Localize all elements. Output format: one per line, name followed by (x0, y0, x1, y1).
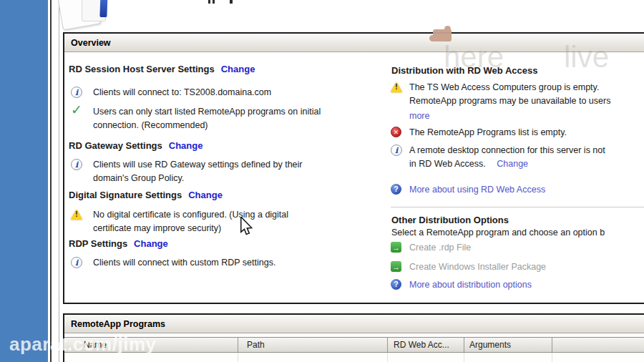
info-icon: i (71, 159, 82, 170)
list-error-text: The RemoteApp Programs list is empty. (409, 126, 567, 140)
rdc-info-line2: in RD Web Access. (409, 159, 486, 169)
help-link-row-distribution: ? More about distribution options (391, 278, 532, 292)
other-options-subtitle-row: Select a RemoteApp program and choose an… (391, 228, 605, 238)
section-heading-rdp: RDP SettingsChange (69, 238, 168, 249)
window-border-line (50, 0, 52, 362)
programs-table-body[interactable] (64, 353, 644, 362)
ts-warning-line1: The TS Web Access Computers group is emp… (409, 81, 610, 94)
other-options-subtitle: Select a RemoteApp program and choose an… (391, 228, 605, 238)
rdp-title: RDP Settings (69, 238, 127, 249)
option-row-create-rdp[interactable]: → Create .rdp File (391, 241, 471, 255)
certificate-warning-line2: certificate may improve security) (93, 222, 288, 235)
info-icon: i (71, 257, 82, 268)
status-row-rdc: i A remote desktop connection for this s… (391, 144, 605, 171)
overview-panel-header: Overview (64, 34, 644, 52)
other-options-title: Other Distribution Options (391, 215, 509, 225)
rdc-info-line1: A remote desktop connection for this ser… (409, 144, 605, 157)
section-heading-gateway: RD Gateway SettingsChange (69, 140, 203, 151)
status-row-certificate: ! No digital certificate is configured. … (71, 208, 288, 235)
column-header-filler (552, 338, 644, 352)
overview-panel-body: RD Session Host Server SettingsChange i … (64, 52, 644, 303)
programs-title: RemoteApp Programs (71, 319, 165, 329)
remoteapp-manager-icon (60, 0, 114, 27)
clipped-text-remnant (207, 0, 239, 4)
gateway-change-link[interactable]: Change (169, 140, 203, 151)
table-column-area (388, 353, 464, 362)
section-heading-distribution: Distribution with RD Web Access (391, 65, 537, 76)
gateway-info-line1: Clients will use RD Gateway settings def… (93, 158, 303, 172)
error-glyph: ✕ (394, 129, 399, 136)
table-column-area (552, 353, 644, 362)
session-host-change-link[interactable]: Change (221, 64, 255, 74)
green-arrow-icon: → (391, 261, 401, 272)
help-icon: ? (391, 184, 401, 195)
overview-panel: Overview RD Session Host Server Settings… (63, 32, 644, 304)
session-host-title: RD Session Host Server Settings (69, 64, 215, 74)
rdp-change-link[interactable]: Change (134, 238, 168, 249)
distribution-help-link[interactable]: More about distribution options (409, 280, 532, 290)
programs-table-header: Name Path RD Web Acc... Arguments (64, 337, 644, 353)
puzzle-nub (444, 26, 451, 32)
info-icon: i (391, 145, 402, 156)
status-row-rdp: i Clients will connect with custom RDP s… (71, 256, 275, 270)
remoteapp-manager-screen: { "colors": { "sidebar-blue": "#4a80bd",… (0, 0, 644, 362)
create-msi-option[interactable]: Create Windows Installer Package (409, 262, 546, 272)
error-icon: ✕ (391, 127, 401, 137)
table-column-area (238, 353, 388, 362)
create-rdp-option[interactable]: Create .rdp File (409, 243, 471, 253)
help-link-row-web-access: ? More about using RD Web Access (391, 183, 545, 197)
section-heading-other-options: Other Distribution Options (391, 215, 509, 225)
info-glyph: i (75, 88, 78, 97)
programs-panel-body: Name Path RD Web Acc... Arguments (64, 337, 644, 362)
rdp-info-text: Clients will connect with custom RDP set… (93, 256, 275, 270)
remoteapp-programs-panel: RemoteApp Programs Name Path RD Web Acc.… (63, 313, 644, 362)
arrow-glyph: → (392, 263, 400, 271)
status-row-gateway: i Clients will use RD Gateway settings d… (71, 158, 303, 185)
more-link[interactable]: more (409, 111, 429, 121)
section-heading-session-host: RD Session Host Server SettingsChange (69, 64, 255, 74)
green-arrow-icon: → (391, 242, 401, 253)
rdc-change-link[interactable]: Change (497, 159, 528, 169)
distribution-title: Distribution with RD Web Access (391, 65, 537, 76)
help-glyph: ? (394, 280, 398, 288)
column-header-path[interactable]: Path (238, 338, 388, 352)
section-divider (391, 207, 644, 207)
status-row-ts-web-access: ! The TS Web Access Computers group is e… (391, 81, 610, 123)
overview-title: Overview (71, 38, 111, 48)
help-glyph: ? (394, 185, 398, 193)
users-check-line1: Users can only start listed RemoteApp pr… (93, 105, 321, 119)
column-header-rdwebaccess[interactable]: RD Web Acc... (388, 338, 464, 352)
column-header-name[interactable]: Name (64, 338, 238, 352)
info-glyph: i (395, 146, 398, 155)
gateway-title: RD Gateway Settings (69, 140, 162, 151)
table-column-area (64, 353, 238, 362)
check-glyph: ✓ (71, 102, 82, 118)
arrow-glyph: → (392, 243, 400, 252)
status-row-list-empty: ✕ The RemoteApp Programs list is empty. (391, 126, 567, 140)
check-icon: ✓ (71, 104, 82, 115)
warning-glyph: ! (394, 83, 399, 91)
certificate-warning-line1: No digital certificate is configured. (U… (93, 208, 288, 222)
column-header-arguments[interactable]: Arguments (464, 338, 552, 352)
option-row-create-msi[interactable]: → Create Windows Installer Package (391, 260, 546, 274)
section-heading-signature: Digital Signature SettingsChange (69, 190, 223, 200)
info-glyph: i (75, 258, 78, 268)
status-row-connect: i Clients will connect to: TS2008.domain… (71, 86, 271, 99)
web-access-help-link[interactable]: More about using RD Web Access (409, 185, 545, 195)
window-border-line-light (59, 0, 59, 362)
gateway-info-line2: domain's Group Policy. (93, 172, 303, 185)
signature-change-link[interactable]: Change (188, 190, 223, 200)
status-row-users: ✓ Users can only start listed RemoteApp … (71, 105, 321, 132)
icon-blue-stripe (99, 0, 107, 17)
signature-title: Digital Signature Settings (69, 190, 182, 200)
warning-glyph: ! (74, 210, 79, 218)
connect-info-text: Clients will connect to: TS2008.domaina.… (93, 86, 271, 99)
info-icon: i (71, 87, 82, 98)
info-glyph: i (75, 160, 78, 170)
video-letterbox-bar (0, 0, 48, 362)
help-icon: ? (391, 279, 401, 290)
ts-warning-line2: RemoteApp programs may be unavailable to… (409, 94, 610, 108)
users-check-line2: connection. (Recommended) (93, 119, 321, 132)
programs-panel-header: RemoteApp Programs (64, 315, 644, 333)
table-column-area (464, 353, 552, 362)
